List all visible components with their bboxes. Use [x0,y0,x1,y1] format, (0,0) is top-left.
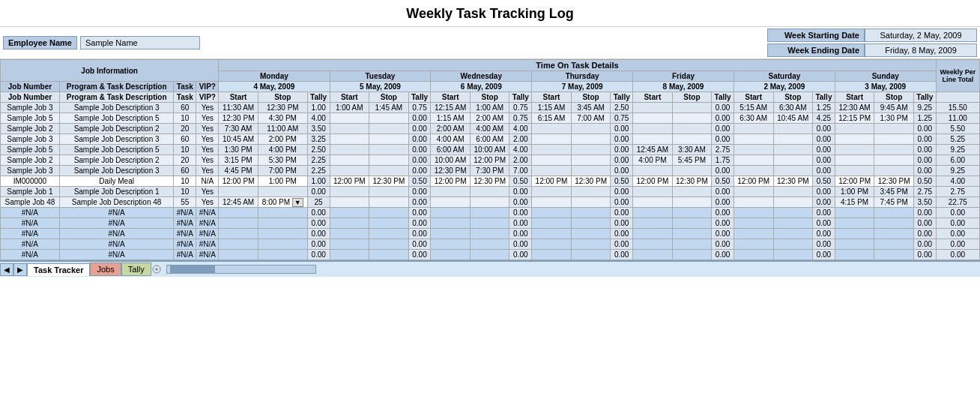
sat-stop[interactable] [773,187,813,197]
task[interactable]: 10 [174,187,196,197]
fri-tally[interactable]: 0.00 [712,113,734,124]
mon-start[interactable]: 10:45 AM [219,134,258,145]
sun-stop[interactable] [874,239,914,250]
fri-start[interactable] [633,229,673,239]
tue-stop[interactable] [369,134,409,145]
sun-tally[interactable]: 0.00 [913,218,936,229]
thu-stop[interactable] [571,134,611,145]
mon-tally[interactable]: 0.00 [307,250,330,260]
task[interactable]: 10 [174,176,196,187]
fri-tally[interactable]: 0.00 [712,103,734,113]
sun-stop[interactable] [874,250,914,260]
thu-stop[interactable]: 7:00 AM [571,113,611,124]
wed-stop[interactable]: 1:00 AM [470,103,509,113]
job-number[interactable]: Sample Job 5 [1,113,60,124]
sat-stop[interactable]: 12:30 PM [773,176,813,187]
thu-start[interactable] [532,134,572,145]
thu-stop[interactable] [571,166,611,176]
tue-tally[interactable]: 0.00 [408,145,431,155]
job-number[interactable]: #N/A [1,250,60,260]
task[interactable]: #N/A [174,208,196,218]
sat-start[interactable]: 12:00 PM [734,176,773,187]
mon-stop[interactable] [258,229,307,239]
sun-start[interactable] [835,134,874,145]
wed-stop[interactable]: 2:00 AM [470,113,509,124]
task[interactable]: 10 [174,113,196,124]
weekly-total[interactable]: 6.00 [936,155,979,166]
mon-start[interactable] [219,187,258,197]
fri-tally[interactable]: 1.75 [712,155,734,166]
sun-tally[interactable]: 1.25 [913,113,936,124]
program-task[interactable]: Sample Job Description 3 [59,103,174,113]
fri-start[interactable] [633,134,673,145]
sun-tally[interactable]: 3.50 [913,197,936,208]
weekly-total[interactable]: 9.25 [936,166,979,176]
vip[interactable]: Yes [196,166,219,176]
fri-tally[interactable]: 0.00 [712,239,734,250]
fri-start[interactable]: 4:00 PM [633,155,673,166]
sat-stop[interactable] [773,229,813,239]
job-number[interactable]: IM000000 [1,176,60,187]
wed-tally[interactable]: 0.00 [509,250,532,260]
sat-stop[interactable]: 6:30 AM [773,103,813,113]
program-task[interactable]: Sample Job Description 5 [59,113,174,124]
weekly-total[interactable]: 0.00 [936,208,979,218]
mon-stop[interactable]: 8:00 PM ▼ [258,197,307,208]
program-task[interactable]: #N/A [59,218,174,229]
thu-start[interactable] [532,187,572,197]
wed-start[interactable]: 6:00 AM [431,145,471,155]
weekly-total[interactable]: 2.75 [936,187,979,197]
sun-start[interactable]: 1:00 PM [835,187,874,197]
sun-stop[interactable]: 12:30 PM [874,176,914,187]
vip[interactable]: Yes [196,145,219,155]
fri-stop[interactable] [672,113,712,124]
thu-tally[interactable]: 0.00 [611,166,633,176]
fri-start[interactable]: 12:45 AM [633,145,673,155]
weekly-total[interactable]: 4.00 [936,176,979,187]
sun-tally[interactable]: 0.00 [913,134,936,145]
wed-tally[interactable]: 0.00 [509,197,532,208]
tue-start[interactable] [330,124,369,134]
vip[interactable]: Yes [196,187,219,197]
wed-start[interactable] [431,218,471,229]
fri-stop[interactable] [672,103,712,113]
sun-tally[interactable]: 0.00 [913,208,936,218]
wed-start[interactable] [431,229,471,239]
thu-tally[interactable]: 0.00 [611,218,633,229]
mon-start[interactable] [219,250,258,260]
sat-start[interactable]: 5:15 AM [734,103,773,113]
sat-tally[interactable]: 0.00 [813,239,835,250]
task[interactable]: #N/A [174,229,196,239]
tue-tally[interactable]: 0.00 [408,229,431,239]
sat-tally[interactable]: 0.00 [813,208,835,218]
mon-start[interactable]: 12:00 PM [219,176,258,187]
thu-tally[interactable]: 0.75 [611,113,633,124]
fri-start[interactable] [633,197,673,208]
mon-tally[interactable]: 2.50 [307,145,330,155]
tab-task-tracker[interactable]: Task Tracker [27,263,90,276]
wed-start[interactable] [431,250,471,260]
tue-tally[interactable]: 0.00 [408,155,431,166]
sun-start[interactable] [835,250,874,260]
thu-tally[interactable]: 0.00 [611,239,633,250]
job-number[interactable]: Sample Job 5 [1,145,60,155]
thu-tally[interactable]: 0.00 [611,187,633,197]
thu-stop[interactable] [571,124,611,134]
tue-stop[interactable] [369,218,409,229]
sun-stop[interactable] [874,155,914,166]
fri-tally[interactable]: 0.00 [712,134,734,145]
sat-start[interactable] [734,197,773,208]
tue-stop[interactable] [369,166,409,176]
mon-stop[interactable]: 12:30 PM [258,103,307,113]
sun-start[interactable]: 12:00 PM [835,176,874,187]
tue-tally[interactable]: 0.00 [408,250,431,260]
tue-tally[interactable]: 0.00 [408,134,431,145]
fri-start[interactable] [633,208,673,218]
wed-stop[interactable]: 12:30 PM [470,176,509,187]
sun-start[interactable] [835,239,874,250]
thu-start[interactable] [532,197,572,208]
thu-stop[interactable]: 12:30 PM [571,176,611,187]
sat-start[interactable] [734,145,773,155]
sun-tally[interactable]: 0.00 [913,155,936,166]
program-task[interactable]: Sample Job Description 1 [59,187,174,197]
